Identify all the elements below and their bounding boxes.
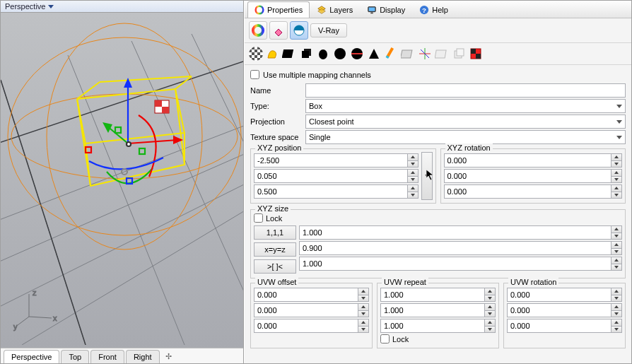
spin-up[interactable] <box>358 319 369 327</box>
ysize-input[interactable] <box>299 241 611 255</box>
spin-up[interactable] <box>611 303 622 311</box>
mapping-icon-10[interactable] <box>400 46 416 61</box>
svg-point-53 <box>334 48 346 59</box>
svg-rect-31 <box>162 107 169 113</box>
spin-up[interactable] <box>407 153 419 161</box>
size-xyz-button[interactable]: x=y=z <box>254 242 296 257</box>
mapping-icon-11[interactable] <box>417 46 433 61</box>
xpos-input[interactable] <box>254 153 407 168</box>
mapping-icon-12[interactable] <box>434 46 450 61</box>
xrot-input[interactable] <box>444 153 611 168</box>
spin-down[interactable] <box>484 311 496 318</box>
view-tab-right[interactable]: Right <box>126 350 160 363</box>
zsize-input[interactable] <box>299 257 611 271</box>
urot-input[interactable] <box>507 288 611 302</box>
tab-properties[interactable]: Properties <box>247 1 310 18</box>
use-multiple-channels-checkbox[interactable] <box>250 70 259 79</box>
tab-layers-label: Layers <box>329 6 353 14</box>
view-tab-perspective[interactable]: Perspective <box>4 350 59 363</box>
vray-button[interactable]: V-Ray <box>310 23 347 37</box>
uvw-repeat-lock-checkbox[interactable] <box>380 334 390 344</box>
spin-down[interactable] <box>611 233 622 240</box>
view-tab-add[interactable]: ✢ <box>161 350 176 363</box>
urep-input[interactable] <box>380 288 484 302</box>
spin-up[interactable] <box>407 169 419 177</box>
projection-select[interactable]: Closest point <box>305 115 626 129</box>
tab-layers[interactable]: Layers <box>310 1 360 18</box>
spin-down[interactable] <box>484 295 496 303</box>
spin-down[interactable] <box>407 161 419 168</box>
type-select[interactable]: Box <box>305 99 626 113</box>
spin-up[interactable] <box>611 225 622 233</box>
tab-help[interactable]: ? Help <box>412 1 455 18</box>
spin-up[interactable] <box>484 319 496 327</box>
mapping-icon-9[interactable] <box>383 46 399 61</box>
eraser-tool-button[interactable] <box>269 21 288 40</box>
texspace-select[interactable]: Single <box>305 130 626 144</box>
wrot-input[interactable] <box>507 319 611 333</box>
texture-tool-button[interactable] <box>290 21 308 40</box>
woff-input[interactable] <box>254 319 358 333</box>
spin-down[interactable] <box>358 311 369 318</box>
svg-text:?: ? <box>422 6 426 13</box>
mapping-icon-1[interactable] <box>249 47 263 61</box>
spin-down[interactable] <box>358 327 369 334</box>
zpos-input[interactable] <box>254 184 407 199</box>
link-position-button[interactable] <box>421 152 433 200</box>
spin-up[interactable] <box>611 319 622 327</box>
voff-input[interactable] <box>254 303 358 317</box>
ypos-input[interactable] <box>254 169 407 183</box>
spin-down[interactable] <box>358 295 369 303</box>
spin-down[interactable] <box>407 177 419 184</box>
spin-down[interactable] <box>611 177 622 184</box>
mapping-icon-5[interactable] <box>315 46 331 61</box>
vrep-input[interactable] <box>380 303 484 317</box>
size-fit-button[interactable]: >[ ]< <box>254 259 296 274</box>
viewport-3d[interactable]: z x y <box>1 13 243 348</box>
vrot-input[interactable] <box>507 303 611 317</box>
spin-down[interactable] <box>611 264 622 271</box>
view-tab-front[interactable]: Front <box>90 350 124 363</box>
mapping-icon-2[interactable] <box>264 46 280 61</box>
spin-down[interactable] <box>611 192 622 199</box>
spin-down[interactable] <box>611 295 622 303</box>
material-tool-button[interactable] <box>249 21 267 40</box>
mapping-icon-6[interactable] <box>332 46 348 61</box>
spin-down[interactable] <box>484 327 496 334</box>
tab-display[interactable]: Display <box>360 1 412 18</box>
spin-up[interactable] <box>407 184 419 192</box>
use-multiple-channels-label: Use multiple mapping channels <box>263 71 371 79</box>
yrot-input[interactable] <box>444 169 611 183</box>
viewport-header[interactable]: Perspective <box>1 1 243 13</box>
spin-down[interactable] <box>611 311 622 318</box>
spin-up[interactable] <box>611 288 622 295</box>
xsize-input[interactable] <box>299 225 611 240</box>
mapping-icon-3[interactable] <box>281 46 297 61</box>
spin-down[interactable] <box>611 327 622 334</box>
spin-down[interactable] <box>611 161 622 168</box>
view-tab-top[interactable]: Top <box>61 350 89 363</box>
spin-up[interactable] <box>611 241 622 249</box>
spin-down[interactable] <box>611 249 622 256</box>
spin-up[interactable] <box>484 288 496 295</box>
mapping-icon-7[interactable] <box>349 46 365 61</box>
size-111-button[interactable]: 1,1,1 <box>254 225 296 240</box>
spin-up[interactable] <box>611 184 622 192</box>
uoff-input[interactable] <box>254 288 358 302</box>
spin-up[interactable] <box>358 303 369 311</box>
wrep-input[interactable] <box>380 319 484 333</box>
zrot-input[interactable] <box>444 184 611 199</box>
spin-up[interactable] <box>611 153 622 161</box>
spin-up[interactable] <box>358 288 369 295</box>
spin-up[interactable] <box>611 169 622 177</box>
name-input[interactable] <box>305 83 626 98</box>
texspace-value: Single <box>309 133 331 141</box>
spin-up[interactable] <box>484 303 496 311</box>
size-lock-checkbox[interactable] <box>254 213 263 223</box>
mapping-icon-8[interactable] <box>366 46 382 61</box>
spin-down[interactable] <box>407 192 419 199</box>
mapping-icon-14[interactable] <box>468 46 484 61</box>
mapping-icon-4[interactable] <box>298 46 314 61</box>
mapping-icon-13[interactable] <box>451 46 467 61</box>
spin-up[interactable] <box>611 257 622 264</box>
